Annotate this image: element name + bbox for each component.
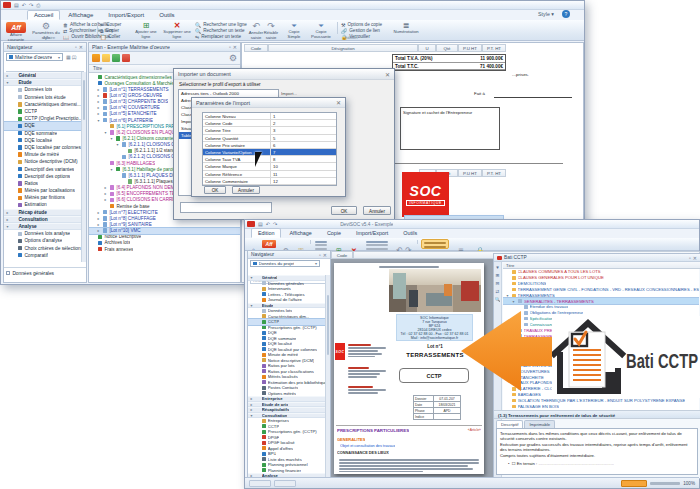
library-icon[interactable]: 🕮: [72, 54, 77, 60]
mapping-row[interactable]: Colonne Marque 10: [203, 163, 336, 170]
navigator-tree-item[interactable]: ▸ Récap étude: [4, 209, 82, 216]
close-icon[interactable]: ✕: [693, 255, 697, 261]
plan-tree-item[interactable]: Frais annexes: [89, 246, 240, 252]
section-link[interactable]: Objet et consultation des travaux: [340, 444, 395, 448]
navigator-tree-item[interactable]: Descriptif des variantes: [4, 165, 82, 172]
pin-icon[interactable]: ▫: [229, 44, 231, 50]
navigator-scrollbar[interactable]: [81, 72, 86, 262]
navigator-tree-item[interactable]: Estimation: [4, 201, 82, 208]
zoom-level[interactable]: 100%: [683, 481, 695, 486]
profile-list-item[interactable]: Adresses tiers - Outlook 2000: [179, 90, 278, 97]
inner-ok-button[interactable]: OK: [204, 186, 226, 194]
expand-icon[interactable]: ▸: [5, 210, 10, 215]
help-icon[interactable]: ?: [562, 10, 570, 18]
tab-outils[interactable]: Outils: [396, 228, 424, 238]
close-icon[interactable]: ✕: [336, 99, 341, 106]
affaire-button[interactable]: Aff: [262, 240, 276, 248]
expand-icon[interactable]: ▸: [249, 402, 254, 407]
coller-button[interactable]: 📋Coller: [100, 34, 130, 40]
zoom-slider[interactable]: [650, 482, 680, 485]
tab-outils[interactable]: Outils: [152, 10, 181, 20]
navigator-tree-item[interactable]: Notice descriptive (DCM): [4, 158, 82, 165]
grid-view-icon[interactable]: ▦: [66, 54, 71, 60]
expand-icon[interactable]: ▾: [5, 224, 10, 229]
close-icon[interactable]: ✕: [233, 44, 237, 50]
status-highlighted-button[interactable]: [621, 480, 647, 487]
search-icon[interactable]: 🔍: [495, 297, 501, 302]
dialog-input[interactable]: [180, 202, 272, 213]
mapping-row[interactable]: Colonne Niveau 1: [203, 113, 336, 120]
expand-icon[interactable]: ▾: [249, 413, 254, 418]
expand-icon[interactable]: ▸: [96, 216, 101, 221]
grid-col-code[interactable]: Code: [331, 251, 353, 259]
expand-icon[interactable]: ▸: [96, 105, 101, 110]
navigator-tree-item[interactable]: CCTP (Onglet Prescriptio...: [4, 115, 82, 122]
supprimer-ligne-button[interactable]: ✕ Supprimer une ligne: [162, 22, 192, 39]
navigator-tree-item[interactable]: Minute de métré: [4, 151, 82, 158]
navigator-tree-item[interactable]: Données lots: [4, 86, 82, 93]
expand-icon[interactable]: ▾: [96, 118, 101, 123]
col-header-pu-ht[interactable]: P.U HT: [458, 44, 482, 52]
bati-description-box[interactable]: Terrassements dans les mêmes conditions …: [496, 428, 698, 475]
undo-icon[interactable]: ↶: [266, 221, 270, 227]
dialog-cancel-button[interactable]: Annuler: [363, 206, 391, 215]
expand-icon[interactable]: ▸: [249, 396, 254, 401]
close-icon[interactable]: ✕: [323, 252, 327, 258]
navigator-tree-item[interactable]: Descriptif des options: [4, 173, 82, 180]
expand-icon[interactable]: ▾: [249, 275, 254, 280]
navigator-tree-item[interactable]: Métrés par finitions: [4, 194, 82, 201]
redo-icon[interactable]: ↷: [29, 2, 33, 8]
plan-settings-gear-icon[interactable]: ⚙: [229, 54, 237, 63]
plan-tool-icon-yellow[interactable]: [102, 54, 110, 62]
retablir-saisie-button[interactable]: ↷ Rétablir saisie: [264, 22, 278, 40]
close-icon[interactable]: ✕: [79, 44, 83, 50]
app-icon[interactable]: [247, 221, 255, 227]
app-icon[interactable]: [3, 2, 11, 8]
search2-buttons[interactable]: [364, 239, 390, 251]
mapping-row[interactable]: Colonne Taux TVA 8: [203, 156, 336, 163]
navigator-tree-item[interactable]: ▾ Étude: [4, 79, 82, 86]
navigator-tree-item[interactable]: Comparatif: [4, 252, 82, 259]
col-header-code[interactable]: Code: [244, 44, 268, 52]
navigator-tree-item[interactable]: Choix critères de sélection: [4, 245, 82, 252]
navigator-tree-item[interactable]: Données lots analyse: [4, 230, 82, 237]
expand-icon[interactable]: ▸: [96, 111, 101, 116]
highlighted-ribbon-button[interactable]: [421, 239, 449, 249]
tab-accueil[interactable]: Accueil: [27, 10, 60, 20]
tab-copie[interactable]: Copie: [320, 228, 348, 238]
expand-icon[interactable]: ▸: [96, 222, 101, 227]
bati-panel-titlebar[interactable]: Bati CCTP ▫ ✕: [494, 254, 700, 262]
expand-icon[interactable]: ▸: [96, 87, 101, 92]
plan-tool-icon-red[interactable]: [122, 54, 130, 62]
col-header-designation[interactable]: Désignation: [268, 44, 418, 52]
dialog-titlebar[interactable]: Importer un document ✕: [174, 69, 394, 80]
sync-icon[interactable]: ⇄: [496, 289, 500, 294]
expand-icon[interactable]: ▾: [249, 303, 254, 308]
mapping-row[interactable]: Colonne Quantité 5: [203, 135, 336, 142]
status-tab-1[interactable]: [249, 480, 271, 487]
status-tab-2[interactable]: [274, 480, 296, 487]
navigator-tree-item[interactable]: DQE sommaire: [4, 130, 82, 137]
tab-descriptif[interactable]: Descriptif: [496, 420, 523, 428]
navigator-tree-item[interactable]: Données lots étude: [4, 94, 82, 101]
navigator-tree-item[interactable]: DQE: [4, 122, 82, 129]
navigator-tree-item[interactable]: ▸ Général: [4, 72, 82, 79]
undo-icon[interactable]: ↶: [22, 2, 26, 8]
plan-tool-icon-orange[interactable]: [92, 54, 100, 62]
expand-icon[interactable]: ▸: [5, 73, 10, 78]
navigator2-scrollbar[interactable]: [325, 275, 330, 478]
expand-icon[interactable]: ▸: [5, 217, 10, 222]
collapse-all-icon[interactable]: ⊟: [496, 281, 500, 286]
expand-icon[interactable]: ▸: [96, 99, 101, 104]
navigator-tree-item[interactable]: Ratios: [4, 180, 82, 187]
pin-icon[interactable]: ▫: [75, 44, 77, 50]
numerotation-button[interactable]: ≣ Numérotation: [391, 22, 421, 35]
mapping-row[interactable]: Colonne Titre 3: [203, 127, 336, 134]
expand-all-icon[interactable]: ⊞: [496, 273, 500, 278]
tab-affichage[interactable]: Affichage: [282, 228, 318, 238]
mapping-row[interactable]: Colonne Référence 11: [203, 171, 336, 178]
bati-tree-item[interactable]: PALISSAGE EN BOIS: [503, 403, 699, 409]
expand-icon[interactable]: ▸: [96, 228, 101, 233]
pin-icon[interactable]: ▫: [319, 252, 321, 258]
tab-import-export[interactable]: Import/Export: [101, 10, 151, 20]
